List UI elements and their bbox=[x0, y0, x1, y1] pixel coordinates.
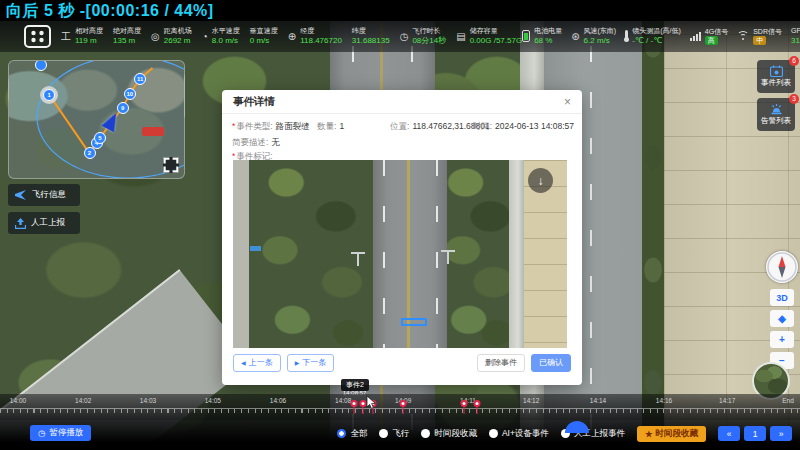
flight-info-button[interactable]: 飞行信息 bbox=[8, 184, 80, 206]
telemetry-value: 2692 m bbox=[164, 36, 192, 46]
favorite-label: 时间段收藏 bbox=[656, 428, 699, 440]
telemetry-item: ◎距离机场2692 m bbox=[151, 27, 192, 46]
wind-icon: ⊛ bbox=[571, 32, 579, 42]
close-icon[interactable]: × bbox=[564, 95, 571, 109]
timeline-time-label: 14:06 bbox=[270, 397, 286, 404]
photo-wall bbox=[509, 160, 524, 348]
waypoint-marker[interactable]: 10 bbox=[124, 88, 136, 100]
photo-path-strip bbox=[233, 160, 249, 348]
favorite-segment-button[interactable]: ★ 时间段收藏 bbox=[637, 426, 706, 442]
waypoint-marker[interactable]: 2 bbox=[84, 147, 96, 159]
delete-event-button[interactable]: 删除事件 bbox=[477, 354, 525, 372]
alarm-list-label: 告警列表 bbox=[761, 116, 791, 126]
minimap[interactable]: 124591011 bbox=[8, 60, 185, 179]
filter-option-radio[interactable]: AI+设备事件 bbox=[489, 428, 549, 440]
speed-gauge-icon: ◔ bbox=[202, 32, 208, 42]
telemetry-label: 纬度 bbox=[352, 27, 390, 36]
telemetry-item: SDR信号中 bbox=[737, 28, 782, 46]
telemetry-value: 中 bbox=[753, 36, 766, 45]
telemetry-value: 135 m bbox=[113, 36, 141, 46]
timeline-ruler[interactable] bbox=[0, 408, 800, 414]
telemetry-label: 垂直速度 bbox=[250, 27, 278, 36]
event-marker[interactable] bbox=[461, 400, 468, 407]
telemetry-label: 镜头测温(高/低) bbox=[632, 27, 681, 36]
alarm-list-button[interactable]: 3 告警列表 bbox=[757, 98, 795, 131]
field-event-type: 事件类型:路面裂缝 bbox=[232, 121, 310, 133]
photo-trees-right bbox=[447, 160, 509, 348]
telemetry-label: SDR信号 bbox=[753, 28, 782, 37]
pause-playback-button[interactable]: ◷ 暂停播放 bbox=[30, 425, 91, 441]
manual-report-button[interactable]: 人工上报 bbox=[8, 212, 80, 234]
radio-icon[interactable] bbox=[379, 429, 388, 438]
page-prev-button[interactable]: « bbox=[718, 426, 740, 441]
telemetry-label: GPS搜星数 bbox=[791, 27, 800, 36]
page-number[interactable]: 1 bbox=[744, 426, 766, 441]
telemetry-label: 水平速度 bbox=[212, 27, 240, 36]
event-marker[interactable] bbox=[473, 400, 480, 407]
prev-event-button[interactable]: ◀上一条 bbox=[233, 354, 281, 372]
waypoint-marker[interactable]: 9 bbox=[117, 102, 129, 114]
telemetry-item: ◷飞行时长08分14秒 bbox=[400, 27, 447, 46]
telemetry-item: ⊛风速(东南)6.2 m/s bbox=[571, 27, 616, 46]
field-description: 简要描述:无 bbox=[232, 137, 280, 149]
distance-icon: ◎ bbox=[151, 32, 160, 42]
photo-trees-left bbox=[249, 160, 373, 348]
lane-marking bbox=[383, 160, 385, 348]
telemetry-label: 绝对高度 bbox=[113, 27, 141, 36]
waypoint-marker[interactable]: 11 bbox=[134, 73, 146, 85]
background-hedge bbox=[642, 0, 664, 450]
mouse-cursor bbox=[366, 396, 377, 409]
telemetry-item: ⊕经度118.476720 bbox=[288, 27, 342, 46]
telemetry-right-group: 电池电量68 %⊛风速(东南)6.2 m/s镜头测温(高/低)-℃ / -℃4G… bbox=[522, 27, 800, 46]
telemetry-label: 距离机场 bbox=[164, 27, 192, 36]
telemetry-value: -℃ / -℃ bbox=[632, 36, 681, 46]
radio-icon[interactable] bbox=[337, 429, 346, 438]
map-layers-button[interactable]: ◈ bbox=[770, 310, 794, 327]
filter-option-radio[interactable]: 飞行 bbox=[379, 428, 409, 440]
field-quantity: 数量:1 bbox=[317, 121, 344, 133]
timeline-bar[interactable]: 14:0014:0214:0314:0514:0614:0814:0914:11… bbox=[0, 394, 800, 420]
drone-icon[interactable] bbox=[24, 25, 51, 48]
siren-icon bbox=[770, 103, 783, 115]
telemetry-item: 纬度31.688135 bbox=[352, 27, 390, 46]
telemetry-value: 31 bbox=[791, 36, 800, 46]
telemetry-item: 绝对高度135 m bbox=[113, 27, 141, 46]
confirm-event-button[interactable]: 已确认 bbox=[531, 354, 571, 372]
next-event-button[interactable]: ▶下一条 bbox=[287, 354, 335, 372]
district-label-badge bbox=[142, 127, 164, 136]
event-photo[interactable]: ↓ bbox=[233, 160, 567, 348]
compass-widget[interactable] bbox=[766, 251, 798, 283]
clock-icon: ◷ bbox=[400, 32, 409, 42]
timeline-time-label: 14:03 bbox=[140, 397, 156, 404]
radio-icon[interactable] bbox=[489, 429, 498, 438]
telemetry-left-group: 工相对高度119 m绝对高度135 m◎距离机场2692 m◔水平速度8.0 m… bbox=[61, 27, 522, 46]
telemetry-label: 飞行时长 bbox=[412, 27, 446, 36]
event-marker[interactable] bbox=[351, 400, 358, 407]
download-icon[interactable]: ↓ bbox=[528, 168, 553, 193]
star-icon: ★ bbox=[645, 429, 653, 439]
modal-field-row: 简要描述:无 bbox=[232, 137, 574, 149]
telemetry-item: 电池电量68 % bbox=[522, 27, 562, 46]
waypoint-marker[interactable] bbox=[35, 60, 47, 71]
map-3d-button[interactable]: 3D bbox=[770, 289, 794, 306]
right-arrow-icon: ▶ bbox=[295, 359, 300, 366]
filter-option-radio[interactable]: 时间段收藏 bbox=[421, 428, 477, 440]
timeline-time-label: 14:12 bbox=[523, 397, 539, 404]
page-next-button[interactable]: » bbox=[770, 426, 792, 441]
telemetry-item: ◔水平速度8.0 m/s bbox=[202, 27, 240, 46]
signal-bars-icon bbox=[690, 31, 701, 43]
event-marker[interactable] bbox=[400, 400, 407, 407]
zoom-in-button[interactable]: + bbox=[770, 331, 794, 348]
thermometer-icon bbox=[625, 30, 628, 43]
upload-icon bbox=[15, 218, 26, 229]
radio-icon[interactable] bbox=[421, 429, 430, 438]
timeline-time-label: 14:16 bbox=[656, 397, 672, 404]
manual-report-label: 人工上报 bbox=[31, 217, 65, 229]
telemetry-value: 119 m bbox=[75, 36, 103, 46]
expand-map-icon[interactable] bbox=[163, 157, 179, 173]
event-count-badge: 6 bbox=[789, 56, 799, 66]
filter-option-selected[interactable]: 全部 bbox=[337, 428, 367, 440]
event-list-button[interactable]: 6 事件列表 bbox=[757, 60, 795, 93]
event-list-label: 事件列表 bbox=[761, 78, 791, 88]
event-detail-modal: 事件详情 × 事件类型:路面裂缝 数量:1 位置:118.47662,31.68… bbox=[222, 90, 582, 385]
